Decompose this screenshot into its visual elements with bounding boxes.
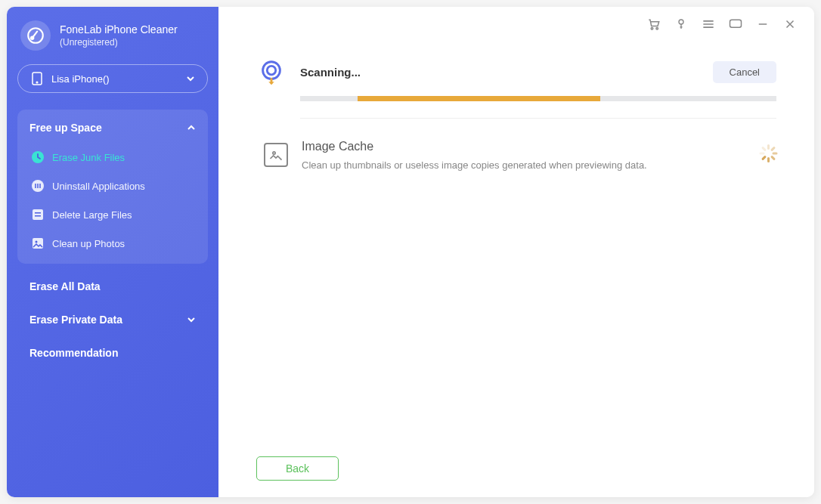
menu-icon[interactable] (701, 17, 716, 32)
chevron-down-icon (186, 76, 195, 82)
photo-icon (31, 237, 45, 250)
svg-point-11 (651, 28, 653, 30)
sidebar-item-label: Erase All Data (29, 280, 101, 292)
sidebar-item-label: Uninstall Applications (52, 181, 145, 192)
app-title: FoneLab iPhone Cleaner (60, 23, 178, 36)
progress-bar (300, 96, 776, 101)
loading-spinner-icon (758, 144, 776, 162)
sidebar-item-erase-private-data[interactable]: Erase Private Data (17, 303, 208, 336)
device-name: Lisa iPhone() (51, 73, 110, 85)
scan-header: Scanning... Cancel (256, 57, 776, 87)
progress-fill (358, 96, 600, 101)
scan-row-text: Image Cache Clean up thumbnails or usele… (302, 140, 647, 171)
sidebar-item-delete-large-files[interactable]: Delete Large Files (17, 200, 208, 229)
nav-header-label: Free up Space (29, 122, 102, 134)
svg-point-12 (656, 28, 658, 30)
svg-point-16 (267, 66, 275, 74)
image-icon (264, 143, 288, 167)
svg-point-1 (31, 37, 33, 39)
content-area: Scanning... Cancel Image Cache Clean up … (218, 42, 814, 444)
svg-point-15 (263, 62, 280, 79)
back-button[interactable]: Back (256, 456, 339, 481)
clock-icon (31, 150, 45, 164)
scan-status-label: Scanning... (300, 66, 361, 79)
sidebar-item-label: Recommendation (29, 347, 118, 359)
main-content: Scanning... Cancel Image Cache Clean up … (218, 7, 814, 497)
svg-rect-7 (35, 212, 41, 214)
sidebar: FoneLab iPhone Cleaner (Unregistered) Li… (7, 7, 218, 497)
svg-point-10 (36, 241, 38, 243)
svg-point-13 (679, 20, 683, 24)
sidebar-item-label: Clean up Photos (52, 238, 125, 249)
svg-point-0 (28, 28, 43, 43)
file-icon (31, 208, 45, 221)
scan-item-title: Image Cache (302, 140, 647, 153)
titlebar (218, 7, 814, 42)
sidebar-item-label: Erase Private Data (29, 314, 122, 326)
sidebar-item-clean-up-photos[interactable]: Clean up Photos (17, 229, 208, 258)
scan-target-icon (256, 57, 287, 87)
sidebar-item-erase-all-data[interactable]: Erase All Data (17, 270, 208, 303)
app-header: FoneLab iPhone Cleaner (Unregistered) (17, 20, 208, 51)
app-title-box: FoneLab iPhone Cleaner (Unregistered) (60, 23, 178, 48)
nav-section-free-up-space: Free up Space Erase Junk Files Uninstall… (17, 110, 208, 264)
sidebar-item-label: Erase Junk Files (52, 152, 125, 163)
chevron-down-icon (187, 317, 196, 323)
feedback-icon[interactable] (728, 17, 743, 32)
phone-icon (30, 72, 44, 85)
sidebar-item-recommendation[interactable]: Recommendation (17, 336, 208, 369)
cancel-button[interactable]: Cancel (713, 61, 776, 83)
svg-point-17 (273, 152, 275, 154)
svg-point-3 (36, 82, 38, 83)
close-icon[interactable] (782, 17, 798, 32)
minimize-icon[interactable] (755, 17, 770, 32)
footer: Back (218, 444, 814, 497)
app-window: FoneLab iPhone Cleaner (Unregistered) Li… (7, 7, 814, 497)
chevron-up-icon (187, 125, 196, 131)
svg-rect-6 (33, 209, 43, 220)
app-subtitle: (Unregistered) (60, 37, 178, 48)
sidebar-item-erase-junk-files[interactable]: Erase Junk Files (17, 143, 208, 172)
scan-title-row: Scanning... (300, 66, 699, 79)
cart-icon[interactable] (646, 17, 661, 32)
device-selector[interactable]: Lisa iPhone() (17, 64, 208, 93)
scan-row-image-cache: Image Cache Clean up thumbnails or usele… (256, 140, 776, 171)
app-logo-icon (20, 20, 51, 51)
divider (300, 118, 776, 119)
sidebar-item-uninstall-applications[interactable]: Uninstall Applications (17, 172, 208, 200)
svg-rect-8 (35, 215, 41, 217)
apps-icon (31, 179, 45, 193)
sidebar-item-label: Delete Large Files (52, 209, 132, 221)
key-icon[interactable] (674, 17, 689, 32)
nav-header-free-up-space[interactable]: Free up Space (17, 113, 208, 143)
scan-item-description: Clean up thumbnails or useless image cop… (302, 159, 647, 171)
